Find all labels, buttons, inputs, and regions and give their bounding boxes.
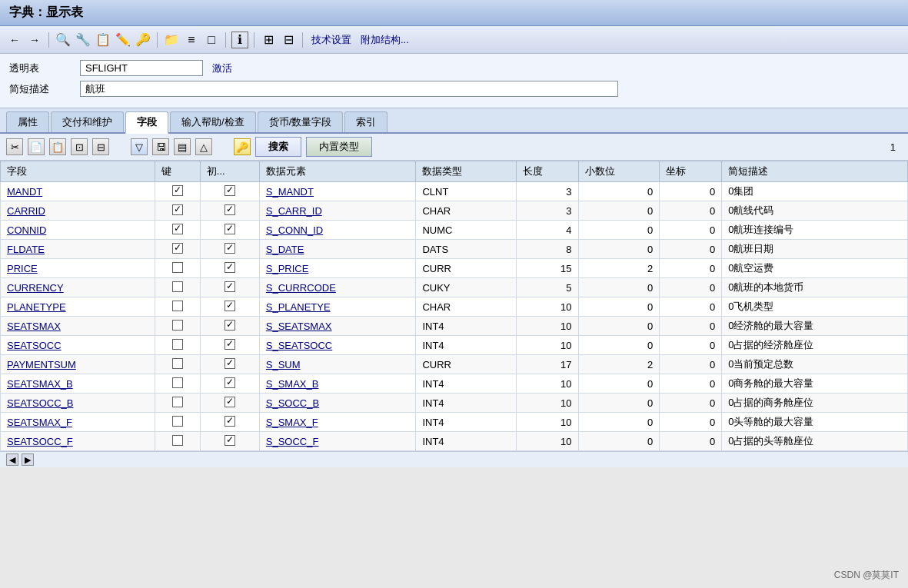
tool5-icon[interactable]: 🔑 [135,32,151,48]
field-name-cell[interactable]: SEATSOCC_F [1,432,155,451]
data-type-cell: CURR [416,355,516,374]
field-name-cell[interactable]: MANDT [1,182,155,201]
key-icon[interactable]: 🔑 [234,138,251,155]
field-name-cell[interactable]: CONNID [1,221,155,240]
key-checkbox[interactable] [172,224,183,234]
tool7-icon[interactable]: ≡ [183,32,200,48]
tab-delivery[interactable]: 交付和维护 [51,111,124,132]
field-name-cell[interactable]: PAYMENTSUM [1,355,155,374]
init-checkbox[interactable] [225,224,235,234]
tab-index[interactable]: 索引 [344,111,387,132]
init-checkbox-cell [200,355,259,374]
key-checkbox[interactable] [172,185,183,196]
builtin-type-button[interactable]: 内置类型 [306,137,372,157]
tab-fields[interactable]: 字段 [125,111,168,134]
data-element-cell[interactable]: S_SMAX_F [259,413,416,432]
data-element-cell[interactable]: S_PLANETYE [259,297,416,317]
data-element-cell[interactable]: S_SEATSOCC [259,336,416,355]
key-checkbox[interactable] [172,301,183,311]
data-element-cell[interactable]: S_SMAX_B [259,374,416,394]
data-element-cell[interactable]: S_CARR_ID [259,201,416,221]
field-name-cell[interactable]: SEATSMAX_F [1,413,155,432]
back-icon[interactable]: ← [6,32,23,48]
scroll-left-icon[interactable]: ◀ [6,453,18,466]
table-name-input[interactable] [80,60,203,76]
init-checkbox[interactable] [225,204,235,215]
data-type-cell: DATS [416,240,516,259]
data-element-cell[interactable]: S_CONN_ID [259,221,416,240]
search-button[interactable]: 搜索 [255,137,301,157]
length-cell: 3 [516,201,578,221]
sort-icon[interactable]: △ [195,138,212,155]
data-element-cell[interactable]: S_PRICE [259,259,416,278]
attach-struct-menu[interactable]: 附加结构... [358,32,412,48]
init-checkbox[interactable] [225,185,235,196]
tab-input-help[interactable]: 输入帮助/检查 [170,111,256,132]
short-desc-input[interactable] [80,81,618,97]
select-all-icon[interactable]: ⊡ [71,138,88,155]
scroll-right-icon[interactable]: ▶ [22,453,34,466]
table-header-row: 字段 键 初... 数据元素 数据类型 长度 小数位 坐标 简短描述 [1,161,908,182]
field-name-cell[interactable]: CARRID [1,201,155,221]
field-name-cell[interactable]: SEATSOCC [1,336,155,355]
key-checkbox[interactable] [172,435,183,446]
field-name-cell[interactable]: SEATSMAX_B [1,374,155,394]
data-element-cell[interactable]: S_CURRCODE [259,278,416,297]
init-checkbox[interactable] [225,301,235,311]
init-checkbox[interactable] [225,377,235,388]
data-element-cell[interactable]: S_SOCC_B [259,394,416,413]
data-element-cell[interactable]: S_DATE [259,240,416,259]
coord-cell: 0 [660,394,722,413]
key-checkbox[interactable] [172,397,183,407]
tab-attributes[interactable]: 属性 [6,111,49,132]
tool4-icon[interactable]: ✏️ [115,32,131,48]
init-checkbox[interactable] [225,435,235,446]
decimal-cell: 0 [578,432,660,451]
copy-icon[interactable]: 📄 [28,138,45,155]
tech-settings-menu[interactable]: 技术设置 [308,32,354,48]
field-name-cell[interactable]: SEATSMAX [1,317,155,336]
init-checkbox[interactable] [225,262,235,273]
key-checkbox[interactable] [172,243,183,254]
forward-icon[interactable]: → [26,32,43,48]
tool11-icon[interactable]: ⊟ [280,32,297,48]
key-checkbox[interactable] [172,377,183,388]
key-checkbox[interactable] [172,358,183,369]
tool9-icon[interactable]: ℹ [231,32,248,48]
init-checkbox[interactable] [225,416,235,427]
key-checkbox[interactable] [172,339,183,350]
view-icon[interactable]: 🖫 [152,138,169,155]
tool10-icon[interactable]: ⊞ [260,32,277,48]
key-checkbox[interactable] [172,320,183,331]
field-name-cell[interactable]: PRICE [1,259,155,278]
init-checkbox[interactable] [225,281,235,292]
init-checkbox[interactable] [225,358,235,369]
data-element-cell[interactable]: S_SOCC_F [259,432,416,451]
data-element-cell[interactable]: S_SUM [259,355,416,374]
init-checkbox[interactable] [225,320,235,331]
data-element-cell[interactable]: S_MANDT [259,182,416,201]
key-checkbox[interactable] [172,281,183,292]
tool6-icon[interactable]: 📁 [163,32,180,48]
tool1-icon[interactable]: 🔍 [55,32,72,48]
init-checkbox[interactable] [225,397,235,407]
deselect-icon[interactable]: ⊟ [92,138,109,155]
data-element-cell[interactable]: S_SEATSMAX [259,317,416,336]
key-checkbox[interactable] [172,416,183,427]
field-name-cell[interactable]: CURRENCY [1,278,155,297]
cut-icon[interactable]: ✂ [6,138,23,155]
field-name-cell[interactable]: FLDATE [1,240,155,259]
init-checkbox[interactable] [225,339,235,350]
tool2-icon[interactable]: 🔧 [75,32,91,48]
tool8-icon[interactable]: □ [203,32,220,48]
init-checkbox[interactable] [225,243,235,254]
filter-icon[interactable]: ▽ [131,138,148,155]
paste-icon[interactable]: 📋 [49,138,66,155]
expand-icon[interactable]: ▤ [174,138,191,155]
key-checkbox[interactable] [172,204,183,215]
field-name-cell[interactable]: SEATSOCC_B [1,394,155,413]
tab-currency[interactable]: 货币/数量字段 [258,111,344,132]
key-checkbox[interactable] [172,262,183,273]
field-name-cell[interactable]: PLANETYPE [1,297,155,317]
tool3-icon[interactable]: 📋 [95,32,111,48]
